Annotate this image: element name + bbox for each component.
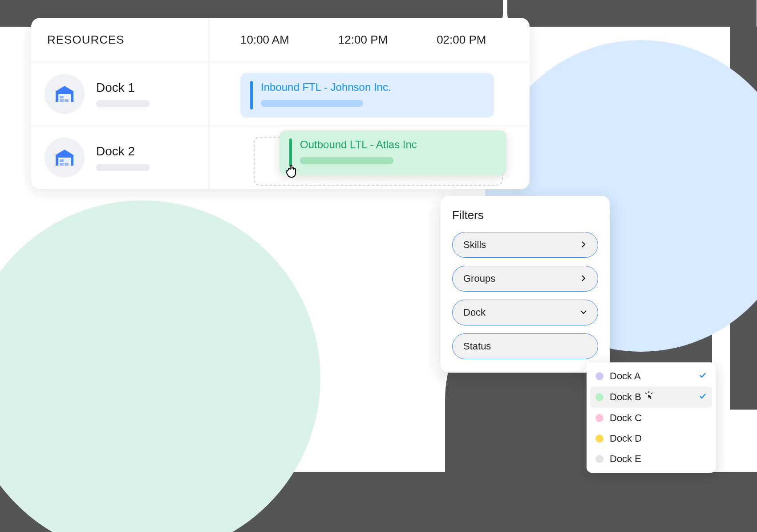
event-title: Inbound FTL - Johnson Inc. (261, 81, 391, 93)
resource-name: Dock 2 (96, 144, 150, 158)
resource-row: Dock 1 Inbound FTL - Johnson Inc. (31, 62, 530, 126)
schedule-panel: RESOURCES 10:00 AM 12:00 PM 02:00 PM Doc… (31, 18, 530, 189)
svg-rect-1 (60, 99, 64, 102)
dock-option[interactable]: Dock D (590, 428, 712, 449)
chevron-right-icon (580, 239, 587, 251)
timeline-cell[interactable]: Outbound LTL - Atlas Inc (209, 126, 530, 189)
resource-cell-dock-1[interactable]: Dock 1 (31, 62, 209, 126)
svg-rect-5 (65, 163, 69, 166)
timeline-cell[interactable]: Inbound FTL - Johnson Inc. (209, 62, 530, 126)
dock-option-label: Dock B (610, 391, 692, 403)
time-label: 12:00 PM (338, 33, 388, 47)
dock-option[interactable]: Dock E (590, 449, 712, 469)
svg-line-8 (651, 393, 652, 394)
filters-title: Filters (452, 208, 598, 222)
color-dot-icon (595, 393, 603, 401)
resource-row: Dock 2 Outbound LTL - Atlas Inc (31, 126, 530, 189)
color-dot-icon (595, 372, 603, 380)
color-dot-icon (595, 435, 603, 443)
svg-rect-0 (60, 96, 64, 98)
filter-chip-label: Skills (463, 239, 486, 251)
resource-cell-dock-2[interactable]: Dock 2 (31, 126, 209, 189)
color-dot-icon (595, 455, 603, 463)
event-outbound-ltl[interactable]: Outbound LTL - Atlas Inc (279, 130, 506, 175)
color-dot-icon (595, 414, 603, 422)
chevron-right-icon (580, 273, 587, 284)
filter-chip-groups[interactable]: Groups (452, 266, 598, 292)
filter-chip-label: Dock (463, 307, 486, 318)
svg-line-7 (645, 393, 647, 394)
dock-option[interactable]: Dock C (590, 408, 712, 428)
dock-dropdown: Dock ADock BDock CDock DDock E (587, 362, 716, 473)
warehouse-icon (45, 74, 85, 114)
timeline-header: 10:00 AM 12:00 PM 02:00 PM (209, 18, 530, 62)
resources-column-header: RESOURCES (31, 18, 209, 62)
check-icon (699, 370, 707, 382)
filter-chip-dock[interactable]: Dock (452, 300, 598, 325)
dock-option-label: Dock C (610, 412, 707, 424)
warehouse-icon (45, 138, 85, 178)
event-sub-placeholder (261, 100, 363, 107)
filter-chip-skills[interactable]: Skills (452, 232, 598, 258)
chevron-down-icon (580, 307, 587, 318)
svg-rect-3 (60, 159, 64, 162)
time-label: 02:00 PM (437, 33, 486, 47)
event-title: Outbound LTL - Atlas Inc (300, 138, 417, 151)
dock-option-label: Dock A (610, 370, 692, 382)
resource-name: Dock 1 (96, 81, 150, 95)
resource-sub-placeholder (96, 164, 150, 171)
event-sub-placeholder (300, 157, 393, 164)
svg-rect-2 (65, 99, 69, 102)
dock-option[interactable]: Dock A (590, 366, 712, 386)
dock-option-label: Dock D (610, 433, 707, 444)
time-label: 10:00 AM (240, 33, 289, 47)
filters-panel: Filters Skills Groups Dock Status (441, 196, 610, 373)
filter-chip-label: Status (463, 341, 491, 352)
event-inbound-ftl[interactable]: Inbound FTL - Johnson Inc. (240, 73, 494, 118)
dock-option[interactable]: Dock B (590, 386, 712, 408)
filter-chip-status[interactable]: Status (452, 333, 598, 359)
dock-option-label: Dock E (610, 453, 707, 465)
svg-rect-4 (60, 163, 64, 166)
filter-chip-label: Groups (463, 273, 495, 284)
check-icon (699, 391, 707, 403)
click-cursor-icon (644, 391, 654, 403)
resource-sub-placeholder (96, 100, 150, 107)
drag-cursor-icon (286, 162, 300, 179)
